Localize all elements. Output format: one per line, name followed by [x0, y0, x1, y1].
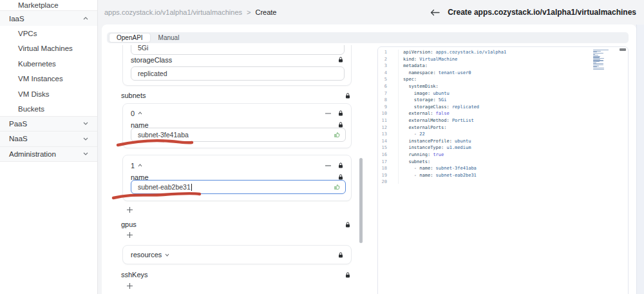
remove-item-button[interactable]: [325, 113, 331, 114]
code-line[interactable]: 7 image: ubuntu: [378, 90, 628, 97]
code-line[interactable]: 10 external: false: [378, 110, 628, 117]
lock-icon[interactable]: [338, 162, 343, 168]
sidebar-item-kubernetes[interactable]: Kubernetes: [0, 56, 97, 71]
sidebar-item-label: NaaS: [9, 135, 28, 142]
lock-icon[interactable]: [338, 252, 343, 258]
yaml-editor-card: 1apiVersion: apps.cozystack.io/v1alpha12…: [377, 46, 629, 294]
resources-card[interactable]: resources: [122, 245, 352, 264]
code-line-content: - name: subnet-eab2be31: [387, 172, 477, 179]
minimap-line: [593, 50, 609, 50]
sidebar-item-naas[interactable]: NaaS: [0, 132, 97, 146]
thumbs-up-icon[interactable]: [334, 132, 341, 139]
code-line[interactable]: 5spec:: [378, 76, 628, 83]
breadcrumb: apps.cozystack.io/v1alpha1/virtualmachin…: [104, 8, 276, 16]
subnets-label: subnets: [121, 92, 146, 99]
sidebar-item-administration[interactable]: Administration: [0, 147, 97, 162]
code-line[interactable]: 8 storage: 5Gi: [378, 97, 628, 104]
code-line-content: systemDisk:: [387, 83, 439, 90]
code-line-content: namespace: tenant-user0: [387, 70, 471, 77]
sidebar-item-vm-disks[interactable]: VM Disks: [0, 86, 97, 101]
sidebar-item-label: Virtual Machines: [18, 44, 73, 52]
code-line[interactable]: 1apiVersion: apps.cozystack.io/v1alpha1: [378, 49, 628, 56]
code-line[interactable]: 11 externalMethod: PortList: [378, 117, 628, 124]
breadcrumb-path[interactable]: apps.cozystack.io/v1alpha1/virtualmachin…: [104, 8, 242, 16]
sidebar-item-vm-instances[interactable]: VM Instances: [0, 72, 97, 86]
add-sshkey-button[interactable]: [125, 281, 134, 290]
code-line[interactable]: 18 - name: subnet-3fe41aba: [378, 165, 628, 172]
sidebar-item-label: Kubernetes: [18, 60, 56, 68]
code-line[interactable]: 4 namespace: tenant-user0: [378, 70, 628, 77]
code-line-content: - 22: [387, 131, 425, 138]
subnet-0-name-input[interactable]: subnet-3fe41aba: [131, 128, 346, 142]
code-line[interactable]: 9 storageClass: replicated: [378, 104, 628, 111]
tab-manual[interactable]: Manual: [151, 34, 187, 42]
subnet-0-name-value: subnet-3fe41aba: [138, 131, 189, 139]
editor-minimap[interactable]: [593, 50, 616, 71]
code-line-content: kind: VirtualMachine: [387, 56, 457, 63]
sidebar-item-virtual-machines[interactable]: Virtual Machines: [0, 41, 97, 56]
storage-input[interactable]: 5Gi: [131, 45, 345, 55]
lock-icon[interactable]: [338, 57, 343, 63]
subnet-item-1-card: 1 name: [122, 155, 352, 201]
code-line-content: external: false: [387, 110, 450, 117]
line-number: 3: [378, 63, 387, 70]
code-line-content: metadata:: [387, 63, 428, 70]
plus-icon: [126, 206, 133, 213]
back-arrow-icon[interactable]: [430, 9, 440, 16]
tab-openapi[interactable]: OpenAPI: [109, 34, 150, 42]
line-number: 5: [378, 76, 387, 83]
code-line[interactable]: 16 running: true: [378, 152, 628, 159]
sidebar-item-marketplace[interactable]: Marketplace: [0, 0, 97, 11]
item-index: 1: [131, 162, 135, 170]
line-number: 7: [378, 90, 387, 97]
subnet-item-1-collapse[interactable]: 1: [131, 162, 142, 170]
lock-icon[interactable]: [338, 174, 343, 180]
code-line-content: storageClass: replicated: [387, 104, 479, 111]
subnet-item-0-collapse[interactable]: 0: [131, 110, 142, 117]
code-line[interactable]: 14 instanceProfile: ubuntu: [378, 138, 628, 145]
tab-bar: OpenAPI Manual: [107, 32, 629, 43]
sidebar-item-paas[interactable]: PaaS: [0, 117, 97, 132]
code-line-content: [387, 179, 403, 186]
lock-icon[interactable]: [345, 222, 350, 228]
code-line[interactable]: 12 externalPorts:: [378, 124, 628, 132]
code-line[interactable]: 20: [378, 179, 628, 186]
sidebar-item-iaas[interactable]: IaaS: [0, 11, 97, 26]
line-number: 10: [378, 110, 387, 117]
code-line[interactable]: 15 instanceType: u1.medium: [378, 144, 628, 152]
sidebar-item-buckets[interactable]: Buckets: [0, 101, 97, 116]
storageclass-input[interactable]: replicated: [131, 66, 345, 81]
sidebar-item-label: VM Disks: [18, 90, 50, 98]
lock-icon[interactable]: [338, 110, 343, 116]
thumbs-up-icon[interactable]: [334, 184, 341, 191]
line-number: 19: [378, 172, 387, 179]
yaml-editor[interactable]: 1apiVersion: apps.cozystack.io/v1alpha12…: [378, 49, 628, 186]
form-scrollbar-thumb[interactable]: [359, 158, 363, 243]
line-number: 14: [378, 138, 387, 145]
code-line[interactable]: 3metadata:: [378, 63, 628, 70]
code-line[interactable]: 19 - name: subnet-eab2be31: [378, 172, 628, 179]
chevron-down-icon: [83, 137, 88, 141]
code-line[interactable]: 17 subnets:: [378, 159, 628, 166]
sidebar-item-label: VM Instances: [18, 75, 63, 83]
code-line[interactable]: 6 systemDisk:: [378, 83, 628, 90]
minimap-line: [593, 64, 603, 65]
lock-icon[interactable]: [338, 122, 343, 128]
code-line[interactable]: 13 - 22: [378, 131, 628, 138]
line-number: 13: [378, 131, 387, 138]
page-scrollbar[interactable]: [636, 24, 644, 294]
code-line[interactable]: 2kind: VirtualMachine: [378, 56, 628, 63]
code-line-content: - name: subnet-3fe41aba: [387, 165, 477, 172]
line-number: 11: [378, 117, 387, 124]
code-line-content: storage: 5Gi: [387, 97, 446, 104]
lock-icon[interactable]: [345, 93, 350, 99]
subnet-1-name-input[interactable]: subnet-eab2be31: [131, 180, 346, 194]
chevron-up-icon: [83, 17, 88, 20]
remove-item-button[interactable]: [325, 165, 331, 166]
editor-scrollbar-thumb[interactable]: [620, 48, 626, 51]
add-subnet-button[interactable]: [125, 205, 134, 214]
lock-icon[interactable]: [345, 272, 350, 278]
chevron-up-icon: [138, 112, 142, 115]
add-gpu-button[interactable]: [125, 230, 134, 239]
sidebar-item-vpcs[interactable]: VPCs: [0, 26, 97, 41]
